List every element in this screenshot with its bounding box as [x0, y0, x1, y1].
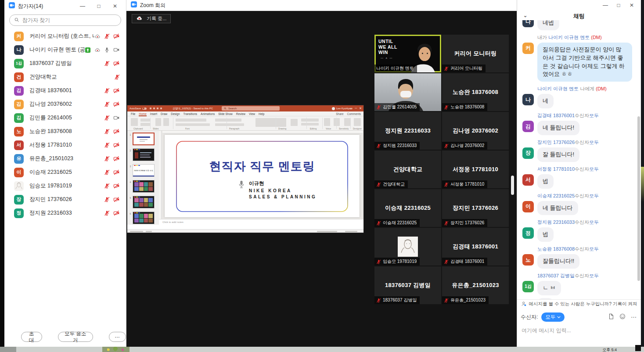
ppt-comments-button[interactable]: Comments	[347, 112, 361, 115]
slide-thumbnail-4[interactable]	[133, 180, 155, 193]
ppt-share-comments[interactable]: ShareComments	[336, 112, 361, 115]
recording-indicator[interactable]: 기록 중...	[132, 14, 171, 23]
participant-avatar: 유	[14, 154, 24, 164]
ppt-quick-access-icons[interactable]	[150, 108, 162, 109]
ppt-share-button[interactable]: Share	[336, 112, 343, 115]
slide-thumbnail-6[interactable]	[133, 212, 155, 224]
ppt-tab-review[interactable]: Review	[236, 112, 245, 115]
emoji-icon[interactable]	[619, 313, 626, 321]
video-tile[interactable]: 장지민 17376026장지민 17376026	[442, 189, 509, 227]
ppt-tab-animations[interactable]: Animations	[201, 112, 215, 115]
video-tile[interactable]: 임승모 19781019	[374, 228, 441, 266]
ppt-ribbon-control[interactable]	[140, 123, 150, 126]
chevron-down-icon[interactable]: ⌄	[523, 13, 527, 18]
video-tile[interactable]: UNTILWE ALLWIN— ʌ —나이키 이규현 멘토	[374, 35, 441, 72]
slide-thumbnail-3[interactable]: NIKE KOREA 직무 소개	[133, 164, 155, 177]
ppt-ribbon-control[interactable]	[155, 118, 161, 126]
video-tile[interactable]: 건양대학교건양대학교	[374, 151, 441, 188]
ppt-ribbon-control[interactable]	[215, 119, 241, 122]
chat-privacy-notice[interactable]: 메시지를 볼 수 있는 사람은 누구입니까? 기록이 켜져	[517, 299, 641, 309]
shared-screen-powerpoint[interactable]: AutoSave 건양대_1025(2) - Saved to this PC …	[127, 105, 363, 233]
ppt-ribbon-control[interactable]	[301, 119, 319, 122]
more-options-icon[interactable]: ⋯	[631, 314, 637, 320]
ppt-tab-file[interactable]: File	[131, 112, 135, 115]
video-tile[interactable]: 김경태 18376001김경태 18376001	[442, 228, 509, 266]
ppt-tab-view[interactable]: View	[249, 112, 255, 115]
video-tile[interactable]: 김나영 20376002김나영 20376002	[442, 112, 509, 150]
participant-row[interactable]: 김김나영 20376002	[4, 97, 126, 111]
participant-row[interactable]: 이이승재 22316025	[4, 165, 126, 179]
ppt-tab-slide-show[interactable]: Slide Show	[218, 112, 233, 115]
gallery-scrollbar[interactable]	[511, 176, 514, 195]
participant-row[interactable]: 정정지원 22316033	[4, 206, 126, 220]
ppt-ribbon-control[interactable]	[291, 119, 298, 126]
ppt-ribbon-control[interactable]	[140, 119, 150, 122]
minimize-button[interactable]: —	[599, 2, 612, 8]
video-tile[interactable]: 노승완 18376008노승완 18376008	[442, 73, 509, 111]
invite-button[interactable]: 초대	[21, 332, 42, 342]
ppt-autosave-toggle[interactable]: AutoSave	[130, 107, 147, 110]
maximize-button[interactable]: □	[92, 3, 105, 9]
screen-share-icon	[85, 47, 91, 53]
ppt-ribbon-control[interactable]	[354, 118, 361, 126]
taskbar[interactable]: 오후 5:4	[0, 347, 644, 352]
maximize-button[interactable]: □	[612, 2, 625, 8]
video-tile[interactable]: 김민률 22614005	[374, 73, 441, 111]
ppt-ribbon-control[interactable]	[334, 118, 340, 126]
participant-row[interactable]: 장장지민 17376026	[4, 193, 126, 206]
ppt-tab-draw[interactable]: Draw	[161, 112, 167, 115]
participant-row[interactable]: 건건양대학교	[4, 70, 126, 84]
video-tile[interactable]: 이승재 22316025이승재 22316025	[374, 189, 441, 227]
close-button[interactable]: ✕	[625, 2, 638, 8]
participant-row[interactable]: 노노승완 18376008	[4, 125, 126, 138]
ppt-tab-help[interactable]: Help	[259, 112, 264, 115]
close-button[interactable]: ✕	[108, 3, 122, 9]
participant-search-input[interactable]: 참가자 찾기	[9, 14, 121, 26]
slide-thumbnail-2[interactable]	[133, 148, 155, 161]
ppt-search-box[interactable]: Search	[222, 106, 280, 111]
minimize-button[interactable]: —	[76, 3, 89, 9]
chat-message: 이승재 22316025수신자모두이네 들립니다	[522, 193, 637, 216]
ppt-ribbon-control[interactable]	[215, 123, 244, 126]
participant-row[interactable]: 임승모 19781019	[4, 179, 126, 193]
file-attach-icon[interactable]	[608, 313, 614, 321]
ppt-window-controls[interactable]: ▭─✕	[350, 107, 362, 110]
participant-name: 18376037 김병일	[29, 60, 104, 67]
ppt-tab-insert[interactable]: Insert	[150, 112, 157, 115]
video-tile[interactable]: 서정웅 17781010서정웅 17781010	[442, 151, 509, 188]
participant-row[interactable]: 서서정웅 17781010	[4, 138, 126, 152]
participant-row[interactable]: 유유은총_21501023	[4, 152, 126, 165]
ppt-current-slide[interactable]: 현직자 직무 멘토링 이규현 NIKE KOREA SALES & PLANNI…	[165, 135, 360, 217]
mute-all-button[interactable]: 모두 음소거	[58, 332, 93, 342]
participants-footer: 초대모두 음소거⋯	[4, 332, 126, 342]
more-options-button[interactable]: ⋯	[109, 332, 126, 342]
ppt-ribbon-control[interactable]	[301, 123, 319, 126]
participant-row[interactable]: 커커리어 모니터링 (호스트, 나)	[4, 29, 126, 43]
ppt-ribbon-control[interactable]	[255, 118, 286, 127]
video-tile[interactable]: 정지원 22316033정지원 22316033	[374, 112, 441, 150]
ppt-ribbon-control[interactable]	[176, 123, 210, 126]
ppt-tab-design[interactable]: Design	[171, 112, 180, 115]
taskbar-clock: 오후 5:4	[602, 347, 617, 352]
taskbar-start-area[interactable]	[0, 347, 16, 352]
participant-row[interactable]: 김김경태 18376001	[4, 84, 126, 97]
video-tile[interactable]: 18376037 김병일18376037 김병일	[374, 266, 441, 304]
ppt-ribbon-control[interactable]	[324, 118, 330, 126]
ppt-tab-home[interactable]: Home	[139, 112, 146, 115]
ppt-notes-placeholder[interactable]: Click to add notes	[159, 219, 363, 225]
ppt-ribbon-control[interactable]	[131, 118, 138, 126]
ppt-ribbon-control[interactable]	[176, 119, 206, 122]
video-tile[interactable]: 유은총_21501023유은총_21501023	[442, 266, 509, 304]
ppt-ribbon-control[interactable]	[163, 118, 169, 126]
participant-row[interactable]: 1김18376037 김병일	[4, 57, 126, 70]
participant-row[interactable]: 나나이키 이규현 멘토 (공동 호스트)	[4, 43, 126, 57]
video-tile[interactable]: 커리어 모니터링커리어 모니터링	[442, 35, 509, 72]
recipient-selector[interactable]: 모두	[541, 312, 565, 322]
participant-row[interactable]: 김김민률 22614005	[4, 111, 126, 125]
chat-scrollbar[interactable]	[637, 116, 640, 281]
slide-thumbnail-1[interactable]	[133, 133, 155, 145]
chat-message-input[interactable]: 여기에 메시지 입력...	[522, 327, 637, 334]
slide-thumbnail-5[interactable]	[133, 196, 155, 208]
ppt-ribbon-control[interactable]	[344, 118, 350, 126]
ppt-tab-transitions[interactable]: Transitions	[183, 112, 198, 115]
